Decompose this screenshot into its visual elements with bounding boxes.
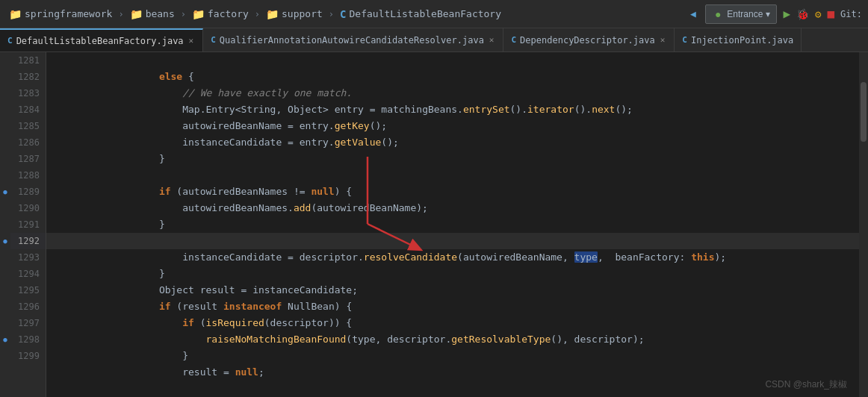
tab-icon-4: C <box>682 35 687 45</box>
line-num-1282: 1282 <box>10 69 46 85</box>
code-line-1286: } <box>46 134 859 151</box>
breakpoint-marker-2: ● <box>0 233 10 249</box>
gutter-left: ● ● ● <box>0 52 10 397</box>
nav-factory[interactable]: 📁 factory <box>189 7 252 22</box>
nav-right-controls: ◀ ● Entrance ▾ ▶ 🐞 ⚙ ■ Git: <box>687 4 862 24</box>
build-icon[interactable]: ⚙ <box>815 8 821 20</box>
tab-defaultlistablebean[interactable]: C DefaultListableBeanFactory.java ✕ <box>0 28 203 51</box>
code-line-1284: autowiredBeanName = entry.getKey(); <box>46 101 859 118</box>
tab-close-1[interactable]: ✕ <box>187 36 196 46</box>
code-line-1298: } <box>46 331 859 348</box>
tab-bar: C DefaultListableBeanFactory.java ✕ C Qu… <box>0 28 868 52</box>
class-icon-main: C <box>340 8 346 20</box>
tab-icon-2: C <box>211 35 216 45</box>
line-num-1294: 1294 <box>10 266 46 282</box>
breakpoint-marker-1: ● <box>0 184 10 200</box>
nav-sep-3: › <box>255 9 260 19</box>
scroll-thumb[interactable] <box>861 82 867 142</box>
code-line-1296: if (isRequired(descriptor)) { <box>46 298 859 315</box>
folder-icon-springframework: 📁 <box>9 8 22 20</box>
breadcrumb: 📁 springframework › 📁 beans › 📁 factory … <box>0 0 868 28</box>
line-num-1289: 1289 <box>10 184 46 200</box>
tab-icon-3: C <box>511 35 516 45</box>
nav-class[interactable]: C DefaultListableBeanFactory <box>337 7 504 22</box>
line-num-1297: 1297 <box>10 315 46 331</box>
run-icon[interactable]: ▶ <box>783 7 790 21</box>
line-num-1284: 1284 <box>10 101 46 118</box>
code-line-1287 <box>46 151 859 167</box>
nav-beans[interactable]: 📁 beans <box>127 7 178 22</box>
line-num-1287: 1287 <box>10 151 46 167</box>
nav-label-beans: beans <box>146 8 175 19</box>
line-num-1290: 1290 <box>10 200 46 216</box>
code-line-1281: else { <box>46 52 859 69</box>
nav-label-support: support <box>282 8 323 19</box>
tab-dependency[interactable]: C DependencyDescriptor.java ✕ <box>503 28 675 51</box>
entrance-label: Entrance <box>727 9 763 19</box>
code-line-1288: if (autowiredBeanNames != null) { <box>46 167 859 184</box>
git-label: Git: <box>840 9 862 19</box>
line-num-1283: 1283 <box>10 85 46 101</box>
nav-sep-4: › <box>329 9 334 19</box>
nav-sep-2: › <box>181 9 186 19</box>
code-line-1290: } <box>46 200 859 216</box>
line-num-1285: 1285 <box>10 118 46 134</box>
line-num-1293: 1293 <box>10 249 46 266</box>
entrance-button[interactable]: ● Entrance ▾ <box>705 4 778 24</box>
code-line-1295: if (result instanceof NullBean) { <box>46 282 859 298</box>
entrance-chevron-icon: ▾ <box>766 9 770 19</box>
line-num-1298: 1298 <box>10 331 46 348</box>
code-line-1289: autowiredBeanNames.add(autowiredBeanName… <box>46 184 859 200</box>
nav-support[interactable]: 📁 support <box>263 7 326 22</box>
tab-qualifier[interactable]: C QualifierAnnotationAutowireCandidateRe… <box>203 28 503 51</box>
code-line-1282: // We have exactly one match. <box>46 69 859 85</box>
folder-icon-support: 📁 <box>266 8 279 20</box>
tab-label-2: QualifierAnnotationAutowireCandidateReso… <box>220 35 484 46</box>
editor-area: ● ● ● 1281 1282 1283 1284 1285 1286 1287… <box>0 52 868 397</box>
code-line-1299: result = null; <box>46 348 859 364</box>
nav-sep-1: › <box>118 9 123 19</box>
entrance-dot-icon: ● <box>712 7 724 22</box>
code-line-1293: } <box>46 249 859 266</box>
code-line-1294: Object result = instanceCandidate; <box>46 266 859 282</box>
line-num-1286: 1286 <box>10 134 46 151</box>
watermark: CSDN @shark_辣椒 <box>765 378 847 391</box>
tab-injection[interactable]: C InjectionPoint.java <box>675 28 802 51</box>
code-editor[interactable]: else { // We have exactly one match. Map… <box>46 52 859 397</box>
code-line-1283: Map.Entry<String, Object> entry = matchi… <box>46 85 859 101</box>
debug-icon[interactable]: 🐞 <box>796 8 809 20</box>
code-line-1297: raiseNoMatchingBeanFound(type, descripto… <box>46 315 859 331</box>
tab-label-3: DependencyDescriptor.java <box>520 35 655 46</box>
tab-label-1: DefaultListableBeanFactory.java <box>16 36 184 46</box>
nav-label-factory: factory <box>208 8 249 19</box>
folder-icon-beans: 📁 <box>130 8 143 20</box>
code-line-1291: if (instanceCandidate instanceof Class) … <box>46 216 859 233</box>
line-num-1299: 1299 <box>10 348 46 364</box>
nav-springframework[interactable]: 📁 springframework <box>6 7 115 22</box>
nav-label-springframework: springframework <box>25 8 112 19</box>
nav-label-class: DefaultListableBeanFactory <box>350 8 502 19</box>
tab-close-2[interactable]: ✕ <box>488 35 496 45</box>
line-num-1296: 1296 <box>10 298 46 315</box>
line-num-1295: 1295 <box>10 282 46 298</box>
code-line-1292: instanceCandidate = descriptor.resolveCa… <box>46 233 859 249</box>
nav-back-button[interactable]: ◀ <box>687 7 699 21</box>
line-num-1288: 1288 <box>10 167 46 184</box>
line-num-1281: 1281 <box>10 52 46 69</box>
tab-icon-1: C <box>7 36 13 46</box>
breakpoint-marker-3: ● <box>0 331 10 348</box>
line-numbers: 1281 1282 1283 1284 1285 1286 1287 1288 … <box>10 52 46 397</box>
code-line-1285: instanceCandidate = entry.getValue(); <box>46 118 859 134</box>
folder-icon-factory: 📁 <box>192 8 205 20</box>
stop-icon[interactable]: ■ <box>827 7 834 21</box>
tab-label-4: InjectionPoint.java <box>691 35 793 46</box>
scrollbar[interactable] <box>859 52 868 397</box>
tab-close-3[interactable]: ✕ <box>659 35 667 45</box>
line-num-1291: 1291 <box>10 216 46 233</box>
line-num-1292: 1292 <box>10 233 46 249</box>
